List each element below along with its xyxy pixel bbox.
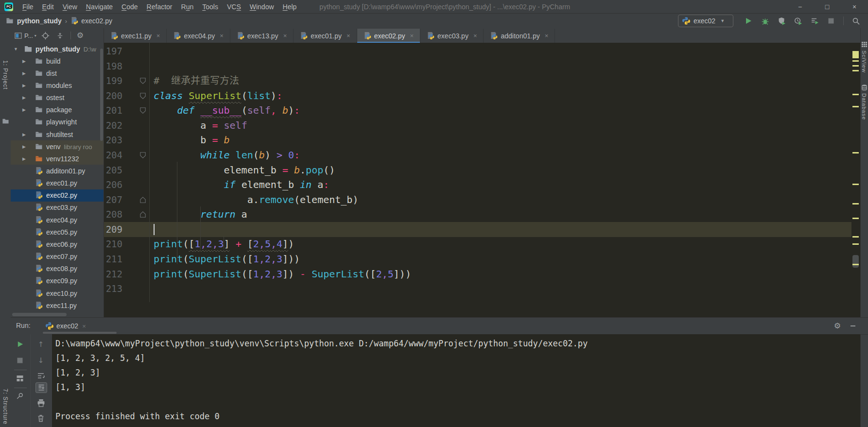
tree-item-playwright[interactable]: playwright [11, 116, 104, 128]
run-panel-hide-button[interactable] [849, 322, 857, 330]
tree-item-exec11.py[interactable]: exec11.py [11, 299, 104, 311]
project-view-selector[interactable]: P... ▾ [15, 32, 36, 39]
tool-window-button-database[interactable]: Database [861, 83, 868, 120]
print-button[interactable] [35, 398, 46, 408]
line-number[interactable]: 197 [104, 44, 122, 59]
soft-wrap-button[interactable] [35, 371, 46, 380]
menu-code[interactable]: Code [117, 0, 142, 13]
editor-tab-exec04.py[interactable]: exec04.py× [167, 29, 230, 43]
chevron-collapsed-icon[interactable]: ▶ [22, 95, 26, 100]
warning-stripe-mark[interactable] [852, 236, 859, 238]
line-number[interactable]: 200 [104, 88, 122, 103]
line-number[interactable]: 206 [104, 177, 122, 192]
tree-item-exec06.py[interactable]: exec06.py [11, 238, 104, 250]
fold-marker-expanded[interactable] [140, 152, 146, 158]
tree-item-exec01.py[interactable]: exec01.py [11, 177, 104, 189]
fold-marker-end[interactable] [140, 211, 146, 218]
tree-item-exec07.py[interactable]: exec07.py [11, 251, 104, 263]
close-icon[interactable]: × [283, 32, 287, 39]
menu-view[interactable]: View [58, 0, 82, 13]
menu-run[interactable]: Run [177, 0, 198, 13]
tree-item-venv11232[interactable]: ▶venv11232 [11, 153, 104, 165]
menu-navigate[interactable]: Navigate [82, 0, 117, 13]
menu-file[interactable]: File [18, 0, 38, 13]
warning-stripe-mark[interactable] [852, 51, 859, 58]
editor-error-stripe[interactable] [851, 43, 860, 317]
tree-item-exec08.py[interactable]: exec08.py [11, 263, 104, 275]
line-number[interactable]: 212 [104, 267, 122, 282]
warning-stripe-mark[interactable] [852, 243, 859, 245]
run-configuration-select[interactable]: exec02 ▼ [678, 15, 733, 27]
chevron-expanded-icon[interactable]: ▼ [14, 47, 18, 51]
code-editor[interactable]: 197198199# 继承并重写方法200class SuperList(lis… [104, 43, 851, 317]
warning-stripe-mark[interactable] [852, 203, 859, 205]
tree-item-exec04.py[interactable]: exec04.py [11, 214, 104, 226]
close-icon[interactable]: × [82, 323, 86, 330]
run-panel-settings-button[interactable]: ⚙ [833, 322, 842, 330]
tree-item-build[interactable]: ▶build [11, 55, 104, 67]
scroll-end-button[interactable] [35, 382, 47, 393]
project-horizontal-scrollbar[interactable] [12, 313, 67, 316]
down-button[interactable]: ↓ [35, 356, 46, 365]
search-button[interactable] [850, 15, 862, 27]
tree-item-dist[interactable]: ▶dist [11, 67, 104, 79]
chevron-collapsed-icon[interactable]: ▶ [22, 132, 26, 137]
tree-item-exec10.py[interactable]: exec10.py [11, 287, 104, 299]
coverage-button[interactable] [775, 15, 788, 27]
line-number[interactable]: 204 [104, 148, 122, 163]
breadcrumb-project[interactable]: python_study [17, 17, 62, 25]
line-number[interactable]: 205 [104, 163, 122, 178]
rerun-button[interactable] [15, 339, 25, 349]
project-vertical-scrollbar[interactable] [100, 49, 103, 141]
close-icon[interactable]: × [347, 32, 350, 39]
warning-stripe-mark[interactable] [852, 106, 859, 107]
fold-marker-expanded[interactable] [140, 93, 146, 99]
warning-stripe-mark[interactable] [852, 70, 859, 71]
tool-window-button-project[interactable]: 1: Project [2, 60, 9, 90]
tree-item-shutiltest[interactable]: ▶shutiltest [11, 128, 104, 140]
close-icon[interactable]: × [473, 32, 477, 39]
line-number[interactable]: 208 [104, 207, 122, 222]
warning-stripe-mark[interactable] [852, 152, 859, 154]
line-number[interactable]: 198 [104, 59, 122, 74]
line-number[interactable]: 203 [104, 133, 122, 148]
warning-stripe-mark[interactable] [852, 94, 859, 95]
chevron-collapsed-icon[interactable]: ▶ [22, 144, 26, 149]
menu-refactor[interactable]: Refactor [142, 0, 177, 13]
editor-tab-exec11.py[interactable]: exec11.py× [104, 29, 167, 43]
menu-window[interactable]: Window [245, 0, 278, 13]
stop-button[interactable] [15, 356, 25, 365]
window-maximize-button[interactable]: □ [814, 0, 841, 13]
close-icon[interactable]: × [156, 32, 160, 39]
profiler-button[interactable] [792, 15, 804, 27]
menu-tools[interactable]: Tools [198, 0, 223, 13]
run-tab-exec02[interactable]: exec02 × [43, 320, 89, 332]
tree-item-exec05.py[interactable]: exec05.py [11, 226, 104, 238]
tool-window-button-sciview[interactable]: SciView [861, 40, 868, 73]
tree-item-exec02.py[interactable]: exec02.py [11, 189, 104, 202]
warning-stripe-mark[interactable] [852, 65, 859, 67]
window-minimize-button[interactable]: − [786, 0, 814, 13]
chevron-collapsed-icon[interactable]: ▶ [22, 83, 26, 88]
line-number[interactable]: 207 [104, 192, 122, 207]
tree-item-python_study[interactable]: ▼python_studyD:\w [11, 43, 104, 55]
editor-tab-exec13.py[interactable]: exec13.py× [230, 29, 294, 43]
tool-window-button-structure[interactable]: 7: Structure [2, 389, 9, 425]
tree-item-exec03.py[interactable]: exec03.py [11, 202, 104, 214]
stop-button[interactable] [825, 15, 837, 27]
close-icon[interactable]: × [545, 32, 549, 39]
line-number[interactable]: 201 [104, 103, 122, 118]
chevron-collapsed-icon[interactable]: ▶ [22, 71, 26, 76]
chevron-collapsed-icon[interactable]: ▶ [22, 156, 26, 161]
line-number[interactable]: 202 [104, 118, 122, 133]
tree-item-exec09.py[interactable]: exec09.py [11, 275, 104, 287]
close-icon[interactable]: × [220, 32, 224, 39]
warning-stripe-mark[interactable] [852, 264, 859, 265]
run-button[interactable] [742, 15, 755, 27]
line-number[interactable]: 209 [104, 222, 122, 237]
project-tool-icon[interactable] [2, 117, 9, 125]
warning-stripe-mark[interactable] [852, 60, 859, 62]
tree-item-modules[interactable]: ▶modules [11, 79, 104, 91]
line-number[interactable]: 210 [104, 237, 122, 252]
editor-tab-exec01.py[interactable]: exec01.py× [294, 29, 357, 43]
